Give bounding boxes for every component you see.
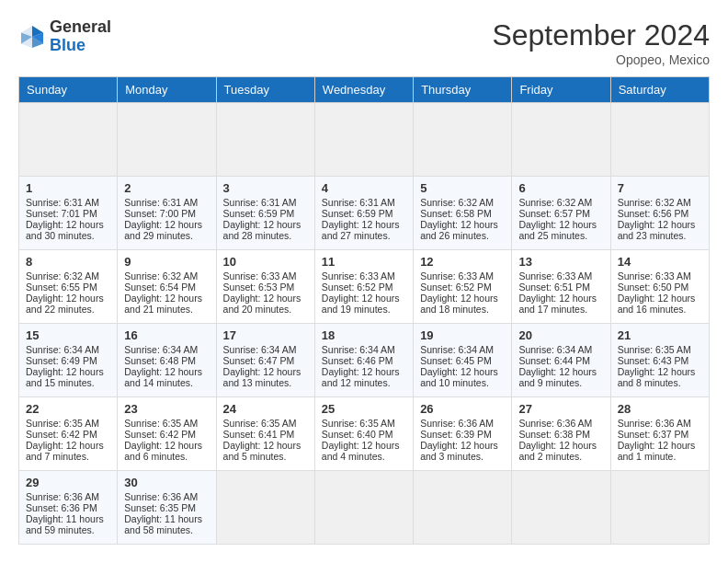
daylight-text: Daylight: 11 hours and 59 minutes. (26, 513, 104, 535)
day-number: 5 (420, 181, 505, 195)
sunset-text: Sunset: 6:41 PM (223, 429, 295, 440)
day-number: 1 (26, 181, 110, 195)
sunrise-text: Sunrise: 6:32 AM (618, 197, 691, 208)
calendar-cell: 24Sunrise: 6:35 AMSunset: 6:41 PMDayligh… (216, 397, 314, 471)
day-number: 20 (518, 328, 603, 342)
day-number: 26 (420, 402, 505, 416)
daylight-text: Daylight: 12 hours and 18 minutes. (420, 293, 498, 315)
calendar-cell: 26Sunrise: 6:36 AMSunset: 6:39 PMDayligh… (414, 397, 512, 471)
daylight-text: Daylight: 12 hours and 2 minutes. (518, 440, 597, 462)
daylight-text: Daylight: 12 hours and 1 minute. (618, 440, 696, 462)
calendar-cell (414, 471, 512, 545)
day-number: 22 (26, 402, 110, 416)
title-block: September 2024 Opopeo, Mexico (492, 18, 710, 67)
calendar-cell: 13Sunrise: 6:33 AMSunset: 6:51 PMDayligh… (512, 250, 610, 324)
daylight-text: Daylight: 12 hours and 27 minutes. (322, 219, 400, 241)
daylight-text: Daylight: 12 hours and 9 minutes. (518, 366, 597, 388)
logo: General Blue (18, 18, 111, 55)
sunset-text: Sunset: 6:52 PM (420, 282, 492, 293)
day-number: 28 (618, 402, 702, 416)
sunset-text: Sunset: 6:37 PM (618, 429, 689, 440)
day-number: 6 (518, 181, 603, 195)
sunset-text: Sunset: 6:38 PM (518, 429, 590, 440)
day-number: 29 (26, 476, 110, 489)
daylight-text: Daylight: 12 hours and 26 minutes. (420, 219, 498, 241)
sunrise-text: Sunrise: 6:33 AM (322, 270, 395, 282)
calendar-cell: 23Sunrise: 6:35 AMSunset: 6:42 PMDayligh… (118, 397, 216, 471)
calendar-cell (216, 103, 314, 177)
day-number: 23 (124, 402, 209, 416)
sunrise-text: Sunrise: 6:35 AM (26, 418, 99, 429)
sunset-text: Sunset: 6:35 PM (124, 502, 196, 513)
day-number: 15 (26, 328, 110, 342)
sunrise-text: Sunrise: 6:36 AM (420, 418, 494, 429)
day-number: 2 (124, 181, 209, 195)
daylight-text: Daylight: 12 hours and 23 minutes. (618, 219, 696, 241)
day-header-sunday: Sunday (19, 77, 118, 103)
calendar-cell: 12Sunrise: 6:33 AMSunset: 6:52 PMDayligh… (414, 250, 512, 324)
daylight-text: Daylight: 12 hours and 7 minutes. (26, 440, 104, 462)
day-header-wednesday: Wednesday (314, 77, 413, 103)
calendar-cell (610, 471, 709, 545)
sunset-text: Sunset: 6:56 PM (618, 208, 689, 219)
calendar-cell: 22Sunrise: 6:35 AMSunset: 6:42 PMDayligh… (19, 397, 118, 471)
calendar-cell: 18Sunrise: 6:34 AMSunset: 6:46 PMDayligh… (314, 324, 413, 397)
daylight-text: Daylight: 12 hours and 16 minutes. (618, 293, 696, 315)
sunrise-text: Sunrise: 6:36 AM (26, 491, 99, 502)
day-header-thursday: Thursday (414, 77, 512, 103)
daylight-text: Daylight: 12 hours and 28 minutes. (223, 219, 301, 241)
sunrise-text: Sunrise: 6:36 AM (618, 418, 691, 429)
daylight-text: Daylight: 12 hours and 13 minutes. (223, 366, 301, 388)
sunset-text: Sunset: 6:50 PM (618, 282, 689, 293)
calendar-cell (314, 103, 413, 177)
month-title: September 2024 (492, 18, 710, 52)
logo-icon (18, 23, 46, 51)
calendar-cell: 14Sunrise: 6:33 AMSunset: 6:50 PMDayligh… (610, 250, 709, 324)
day-number: 25 (322, 402, 406, 416)
sunset-text: Sunset: 6:57 PM (518, 208, 590, 219)
calendar-cell: 11Sunrise: 6:33 AMSunset: 6:52 PMDayligh… (314, 250, 413, 324)
calendar-cell (512, 471, 610, 545)
sunrise-text: Sunrise: 6:34 AM (223, 344, 297, 355)
day-number: 10 (223, 255, 308, 269)
day-number: 7 (618, 181, 702, 195)
calendar-cell: 16Sunrise: 6:34 AMSunset: 6:48 PMDayligh… (118, 324, 216, 397)
daylight-text: Daylight: 12 hours and 10 minutes. (420, 366, 498, 388)
calendar-cell (118, 103, 216, 177)
day-number: 16 (124, 328, 209, 342)
daylight-text: Daylight: 12 hours and 19 minutes. (322, 293, 400, 315)
sunset-text: Sunset: 6:44 PM (518, 355, 590, 366)
sunset-text: Sunset: 6:49 PM (26, 355, 97, 366)
calendar-cell: 29Sunrise: 6:36 AMSunset: 6:36 PMDayligh… (19, 471, 118, 545)
sunset-text: Sunset: 7:00 PM (124, 208, 196, 219)
sunrise-text: Sunrise: 6:36 AM (518, 418, 592, 429)
sunrise-text: Sunrise: 6:31 AM (322, 197, 395, 208)
daylight-text: Daylight: 12 hours and 12 minutes. (322, 366, 400, 388)
calendar-cell: 28Sunrise: 6:36 AMSunset: 6:37 PMDayligh… (610, 397, 709, 471)
calendar-cell: 17Sunrise: 6:34 AMSunset: 6:47 PMDayligh… (216, 324, 314, 397)
sunset-text: Sunset: 6:45 PM (420, 355, 492, 366)
calendar-cell (216, 471, 314, 545)
calendar-cell (314, 471, 413, 545)
calendar-cell: 30Sunrise: 6:36 AMSunset: 6:35 PMDayligh… (118, 471, 216, 545)
sunset-text: Sunset: 6:52 PM (322, 282, 393, 293)
sunrise-text: Sunrise: 6:32 AM (518, 197, 592, 208)
day-number: 21 (618, 328, 702, 342)
day-number: 24 (223, 402, 308, 416)
day-number: 9 (124, 255, 209, 269)
calendar-cell: 15Sunrise: 6:34 AMSunset: 6:49 PMDayligh… (19, 324, 118, 397)
calendar-cell: 19Sunrise: 6:34 AMSunset: 6:45 PMDayligh… (414, 324, 512, 397)
calendar-cell: 21Sunrise: 6:35 AMSunset: 6:43 PMDayligh… (610, 324, 709, 397)
sunrise-text: Sunrise: 6:31 AM (124, 197, 198, 208)
day-header-monday: Monday (118, 77, 216, 103)
calendar-cell: 20Sunrise: 6:34 AMSunset: 6:44 PMDayligh… (512, 324, 610, 397)
day-header-saturday: Saturday (610, 77, 709, 103)
sunrise-text: Sunrise: 6:31 AM (223, 197, 297, 208)
daylight-text: Daylight: 12 hours and 6 minutes. (124, 440, 202, 462)
page-header: General Blue September 2024 Opopeo, Mexi… (18, 18, 710, 67)
daylight-text: Daylight: 12 hours and 25 minutes. (518, 219, 597, 241)
sunrise-text: Sunrise: 6:33 AM (618, 270, 691, 282)
day-number: 8 (26, 255, 110, 269)
sunrise-text: Sunrise: 6:34 AM (322, 344, 395, 355)
calendar-cell: 7Sunrise: 6:32 AMSunset: 6:56 PMDaylight… (610, 177, 709, 250)
